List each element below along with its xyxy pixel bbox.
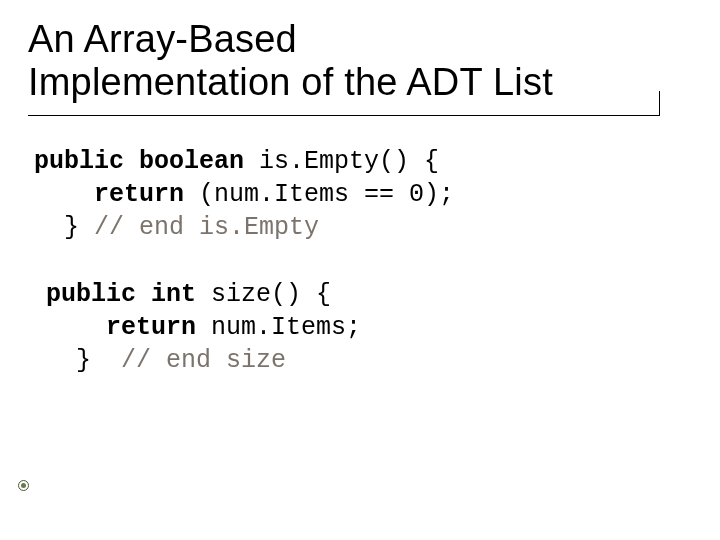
code-text: (num.Items == 0);	[184, 180, 454, 209]
slide: An Array-Based Implementation of the ADT…	[0, 0, 720, 540]
title-line-2: Implementation of the ADT List	[28, 61, 553, 103]
slide-title: An Array-Based Implementation of the ADT…	[28, 18, 692, 103]
code-comment: // end size	[121, 346, 286, 375]
keyword: public int	[46, 280, 196, 309]
code-text: size() {	[196, 280, 331, 309]
keyword: public boolean	[34, 147, 244, 176]
code-text: num.Items;	[196, 313, 361, 342]
title-line-1: An Array-Based	[28, 18, 297, 60]
code-block-isempty: public boolean is.Empty() { return (num.…	[34, 145, 692, 244]
title-underline	[28, 111, 668, 121]
bullet-icon	[18, 480, 29, 491]
keyword: return	[106, 313, 196, 342]
code-text: is.Empty() {	[244, 147, 439, 176]
code-comment: // end is.Empty	[94, 213, 319, 242]
title-underline-tick	[659, 91, 660, 115]
bullet-dot	[21, 483, 26, 488]
code-text: }	[46, 346, 121, 375]
code-block-size: public int size() { return num.Items; } …	[46, 278, 692, 377]
code-text: }	[34, 213, 94, 242]
title-underline-h	[28, 115, 660, 116]
keyword: return	[94, 180, 184, 209]
